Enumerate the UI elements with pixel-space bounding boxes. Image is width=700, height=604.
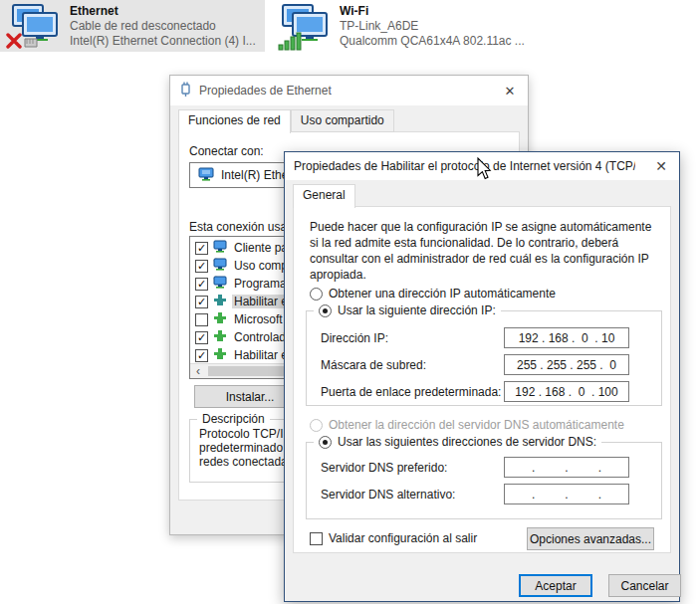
intro-text: Puede hacer que la configuración IP se a… [310,219,662,283]
tab-uso-compartido[interactable]: Uso compartido [291,109,394,132]
connection-status: TP-Link_A6DE [340,19,525,34]
protocol-icon [213,329,227,345]
default-gateway-field[interactable]: 192 . 168 . 0 . 100 [504,381,629,402]
subnet-mask-field[interactable]: 255 . 255 . 255 . 0 [504,354,629,375]
adapter-name: Intel(R) Ethe [221,168,288,182]
alternate-dns-field[interactable]: . . . [504,484,629,504]
ip-address-label: Dirección IP: [321,331,388,345]
validate-checkbox-label: Validar configuración al salir [329,531,477,545]
connection-item-wifi[interactable]: Wi-Fi TP-Link_A6DE Qualcomm QCA61x4A 802… [270,0,541,52]
tcpip-dialog-title: Propiedades de Habilitar el protocolo de… [294,159,635,173]
preferred-dns-field[interactable]: . . . [504,457,629,478]
connection-name: Ethernet [70,4,256,19]
checkbox[interactable]: ✓ [195,296,208,308]
scheduler-service-icon [213,276,227,292]
ethernet-dialog-titlebar[interactable]: Propiedades de Ethernet ✕ [170,76,528,105]
checkbox[interactable]: ✓ [195,242,208,255]
connection-name: Wi-Fi [340,4,525,19]
advanced-options-button[interactable]: Opciones avanzadas... [527,527,654,550]
connection-status: Cable de red desconectado [70,19,256,34]
radio-use-ip[interactable] [319,304,332,317]
alternate-dns-label: Servidor DNS alternativo: [321,488,455,502]
checkbox[interactable]: ✓ [195,260,208,273]
radio-obtain-dns-auto-label: Obtener la dirección del servidor DNS au… [329,418,624,432]
connection-item-ethernet[interactable]: Ethernet Cable de red desconectado Intel… [0,0,265,52]
description-group-title: Descripción [197,412,270,426]
mouse-cursor-icon [476,157,493,184]
close-icon[interactable]: ✕ [643,152,679,180]
list-item-label: Uso comp [232,259,290,273]
ok-button[interactable]: Aceptar [519,574,592,597]
ethernet-adapter-icon [6,4,62,55]
preferred-dns-label: Servidor DNS preferido: [321,461,447,475]
radio-obtain-ip-auto[interactable] [310,288,323,301]
ip-address-field[interactable]: 192 . 168 . 0 . 10 [504,327,629,348]
list-item-label: Microsoft [232,312,285,326]
ethernet-plug-icon [179,82,192,101]
list-item-label: Cliente pa [232,241,290,255]
radio-use-ip-label: Usar la siguiente dirección IP: [338,303,496,317]
protocol-icon [213,347,227,363]
radio-use-dns-label: Usar las siguientes direcciones de servi… [338,435,596,449]
description-line: predeterminado d [199,441,293,455]
tcpip-dialog-tabpage: Puede hacer que la configuración IP se a… [293,206,671,553]
radio-use-dns[interactable] [319,436,332,449]
connect-with-label: Conectar con: [189,144,264,158]
static-dns-group: Usar las siguientes direcciones de servi… [306,442,662,519]
network-adapter-icon [198,167,215,184]
wifi-adapter-icon [276,4,332,55]
tab-general[interactable]: General [293,184,355,208]
connection-uses-label: Esta conexión usa l [189,220,293,234]
checkbox[interactable]: ✓ [195,278,208,291]
description-line: redes conectada [199,455,293,469]
scheduler-service-icon [213,258,227,274]
cancel-button[interactable]: Cancelar [608,574,681,597]
connection-adapter: Intel(R) Ethernet Connection (4) I... [70,34,256,49]
connection-adapter: Qualcomm QCA61x4A 802.11ac ... [340,34,525,49]
ethernet-dialog-title: Propiedades de Ethernet [199,84,332,98]
close-icon[interactable]: ✕ [492,76,528,105]
scroll-left-icon[interactable]: ‹ [190,364,206,378]
checkbox[interactable]: ✓ [195,349,208,362]
static-ip-group: Usar la siguiente dirección IP: Direcció… [306,310,662,406]
checkbox[interactable] [195,313,208,326]
tcpip-properties-dialog: Propiedades de Habilitar el protocolo de… [284,151,680,602]
radio-obtain-ip-auto-label: Obtener una dirección IP automáticamente [329,287,556,301]
tab-funciones-de-red[interactable]: Funciones de red [178,109,291,133]
radio-obtain-dns-auto [310,419,323,432]
checkbox[interactable]: ✓ [195,331,208,344]
validate-checkbox[interactable] [310,532,323,545]
protocol-icon [213,294,227,309]
client-service-icon [213,240,227,256]
subnet-mask-label: Máscara de subred: [321,358,426,372]
description-line: Protocolo TCP/I [199,427,293,441]
default-gateway-label: Puerta de enlace predeterminada: [321,385,501,399]
protocol-icon [213,311,227,327]
